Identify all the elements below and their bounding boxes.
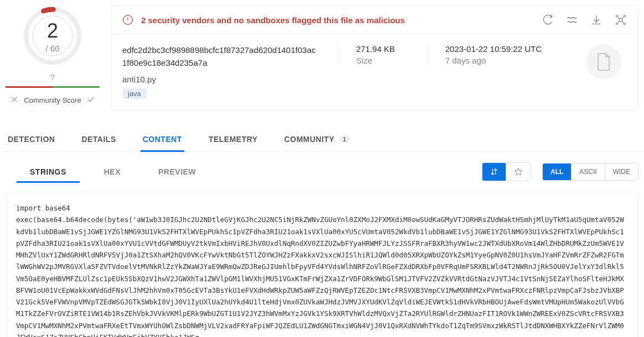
main-tabs: DETECTION DETAILS CONTENT TELEMETRY COMM… <box>0 127 644 152</box>
score-bar <box>6 86 100 88</box>
file-hash[interactable]: edfc2d2bc3cf9898898bcfc1f87327ad620d1401… <box>122 44 317 69</box>
file-summary: 2 security vendors and no sandboxes flag… <box>111 6 638 110</box>
file-size: 271.94 KB <box>356 44 395 54</box>
tab-details[interactable]: DETAILS <box>79 127 118 151</box>
check-icon[interactable] <box>87 96 95 105</box>
sort-button[interactable] <box>482 163 506 181</box>
filter-ascii[interactable]: ASCII <box>571 164 604 180</box>
score-panel: 2 / 60 ? Community Score <box>6 6 100 105</box>
subtab-strings[interactable]: STRINGS <box>28 162 69 182</box>
similar-icon[interactable] <box>566 14 578 26</box>
graph-icon[interactable] <box>615 14 627 26</box>
close-icon[interactable] <box>11 96 18 105</box>
score-circle: 2 / 60 <box>22 6 83 66</box>
file-type-badge <box>586 44 621 80</box>
tab-detection[interactable]: DETECTION <box>6 127 57 151</box>
file-date-ago: 7 days ago <box>445 56 542 65</box>
community-count-badge: 1 <box>339 135 351 143</box>
file-size-label: Size <box>356 56 395 65</box>
alert-icon <box>122 14 133 25</box>
alert-text: 2 security vendors and no sandboxes flag… <box>141 15 542 25</box>
tab-community[interactable]: COMMUNITY 1 <box>282 127 352 151</box>
file-name: anti10.py <box>122 75 317 84</box>
filter-wide[interactable]: WIDE <box>605 164 638 180</box>
content-subtabs: STRINGS HEX PREVIEW <box>6 162 471 182</box>
detection-total: / 60 <box>45 44 59 53</box>
subtab-preview[interactable]: PREVIEW <box>156 162 198 182</box>
tab-content[interactable]: CONTENT <box>141 127 184 151</box>
reanalyze-icon[interactable] <box>542 14 554 26</box>
favorite-button[interactable] <box>506 163 531 181</box>
detection-count: 2 <box>47 19 58 43</box>
filter-all[interactable]: ALL <box>543 164 571 180</box>
file-tag[interactable]: java <box>122 88 147 99</box>
svg-rect-4 <box>619 18 622 22</box>
tab-telemetry[interactable]: TELEMETRY <box>206 127 260 151</box>
download-icon[interactable] <box>590 14 603 26</box>
community-score-label: Community Score <box>24 96 81 104</box>
score-help[interactable]: ? <box>50 73 55 82</box>
strings-content[interactable]: import base64 exec(base64.b64decode(byte… <box>6 192 638 337</box>
subtab-hex[interactable]: HEX <box>102 162 123 182</box>
file-date: 2023-01-22 10:59:22 UTC <box>445 44 542 54</box>
